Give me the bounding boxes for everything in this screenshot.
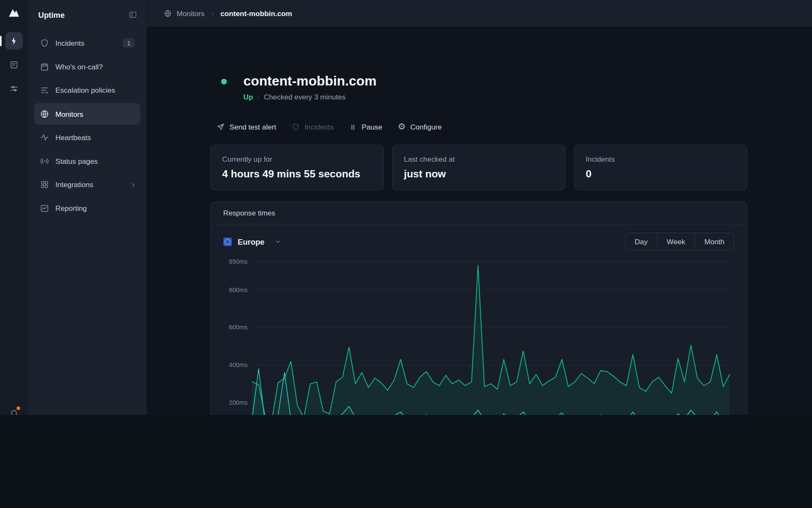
globe-icon	[40, 109, 49, 119]
sidebar-item-label: Integrations	[55, 180, 93, 189]
sidebar-item-label: Escalation policies	[55, 86, 115, 94]
button-label: Incidents	[304, 123, 334, 131]
stat-value: 4 hours 49 mins 55 seconds	[222, 168, 372, 180]
stat-card-uptime: Currently up for 4 hours 49 mins 55 seco…	[210, 145, 384, 190]
monitor-page: content-mobbin.com Up · Checked every 3 …	[210, 72, 747, 415]
shield-icon	[40, 39, 49, 48]
stat-value: 0	[586, 168, 735, 180]
pulse-icon	[40, 133, 49, 142]
action-bar: Send test alert Incidents Pause ⚙ Config…	[210, 123, 747, 131]
button-label: Configure	[410, 123, 442, 131]
gear-icon: ⚙	[398, 123, 406, 131]
globe-icon	[164, 9, 172, 18]
status-badge: Up	[244, 93, 253, 101]
sidebar-item-heartbeats[interactable]: Heartbeats	[34, 127, 140, 148]
chart-icon	[40, 204, 49, 213]
region-label: Europe	[238, 237, 264, 246]
incidents-button[interactable]: Incidents	[292, 123, 334, 131]
button-label: Pause	[362, 123, 382, 131]
sidebar-item-incidents[interactable]: Incidents 1	[34, 32, 140, 54]
chart-area: 0ms200ms400ms600ms800ms950ms12:00:00pm1:…	[223, 254, 735, 415]
notification-dot	[16, 406, 20, 410]
sidebar: Uptime Incidents 1 Who's on-call? Escala…	[28, 0, 146, 415]
pause-icon	[349, 123, 357, 131]
app-window: ⌘ AS Uptime Incidents 1 Who	[0, 0, 812, 415]
stat-value: just now	[404, 168, 554, 180]
chevron-right-icon: ›	[132, 180, 135, 189]
rail-item-logs[interactable]	[5, 56, 23, 74]
collapse-sidebar-icon[interactable]	[129, 10, 137, 19]
grid-icon	[40, 180, 49, 189]
svg-text:200ms: 200ms	[229, 399, 247, 406]
incidents-count-badge: 1	[123, 39, 135, 48]
sidebar-item-escalation-policies[interactable]: Escalation policies	[34, 79, 140, 101]
sidebar-item-integrations[interactable]: Integrations ›	[34, 174, 140, 195]
range-week-button[interactable]: Week	[657, 233, 694, 250]
rail-item-uptime[interactable]	[5, 32, 23, 50]
svg-text:800ms: 800ms	[229, 287, 247, 293]
button-label: Send test alert	[229, 123, 276, 131]
sidebar-item-reporting[interactable]: Reporting	[34, 197, 140, 219]
sidebar-item-label: Incidents	[55, 39, 85, 47]
sliders-icon	[9, 84, 19, 93]
sidebar-item-label: Heartbeats	[55, 133, 91, 142]
notifications-bell-icon[interactable]	[8, 407, 20, 415]
svg-text:950ms: 950ms	[229, 258, 247, 265]
pause-button[interactable]: Pause	[349, 123, 382, 131]
sidebar-nav: Incidents 1 Who's on-call? Escalation po…	[28, 32, 146, 219]
logs-icon	[9, 60, 19, 69]
card-title: Response times	[211, 202, 746, 225]
rail-bottom-group: ⌘ AS	[6, 407, 22, 415]
stat-label: Currently up for	[222, 155, 372, 163]
send-icon	[217, 123, 225, 131]
response-times-chart: 0ms200ms400ms600ms800ms950ms12:00:00pm1:…	[223, 254, 735, 415]
rail-item-telemetry[interactable]	[5, 80, 23, 98]
check-interval-text: Checked every 3 minutes	[264, 93, 346, 101]
sidebar-item-status-pages[interactable]: Status pages	[34, 150, 140, 171]
svg-text:600ms: 600ms	[229, 324, 247, 331]
lightning-icon	[9, 36, 19, 46]
region-select[interactable]: Europe	[223, 237, 282, 246]
status-dot	[221, 79, 227, 84]
breadcrumb: Monitors content-mobbin.com	[147, 0, 812, 27]
sidebar-item-label: Monitors	[55, 110, 83, 118]
sidebar-item-label: Who's on-call?	[55, 63, 103, 71]
active-indicator	[0, 36, 2, 46]
main-content: Monitors content-mobbin.com content-mobb…	[147, 0, 812, 415]
stat-card-incidents: Incidents 0	[574, 145, 747, 190]
monitor-header: content-mobbin.com Up · Checked every 3 …	[210, 72, 747, 101]
range-day-button[interactable]: Day	[625, 233, 657, 250]
chevron-down-icon	[274, 238, 282, 245]
list-arrows-icon	[40, 86, 49, 95]
breadcrumb-monitors-link[interactable]: Monitors	[177, 9, 205, 18]
stat-label: Incidents	[586, 155, 735, 163]
chevron-right-icon	[209, 10, 216, 17]
response-times-card: Response times Europe Day	[210, 202, 747, 415]
breadcrumb-current: content-mobbin.com	[220, 9, 292, 18]
svg-text:400ms: 400ms	[229, 362, 247, 368]
stat-label: Last checked at	[404, 155, 554, 163]
sidebar-title: Uptime	[38, 10, 65, 19]
betterstack-logo-icon[interactable]	[6, 5, 22, 21]
stats-row: Currently up for 4 hours 49 mins 55 seco…	[210, 145, 747, 190]
sidebar-item-label: Status pages	[55, 157, 98, 165]
range-segmented-control: Day Week Month	[625, 233, 735, 251]
stat-card-last-checked: Last checked at just now	[392, 145, 565, 190]
sidebar-item-oncall[interactable]: Who's on-call?	[34, 56, 140, 77]
app-rail: ⌘ AS	[0, 0, 28, 415]
chart-controls: Europe Day Week Month	[223, 233, 735, 251]
sidebar-item-monitors[interactable]: Monitors	[34, 103, 140, 124]
eu-flag-icon	[223, 237, 232, 246]
sidebar-item-label: Reporting	[55, 204, 87, 213]
page-title: content-mobbin.com	[244, 72, 377, 89]
range-month-button[interactable]: Month	[694, 233, 734, 250]
configure-button[interactable]: ⚙ Configure	[398, 123, 442, 131]
shield-icon	[292, 123, 300, 131]
send-test-alert-button[interactable]: Send test alert	[217, 123, 276, 131]
calendar-icon	[40, 62, 49, 71]
broadcast-icon	[40, 156, 49, 166]
dot-separator: ·	[257, 93, 260, 101]
